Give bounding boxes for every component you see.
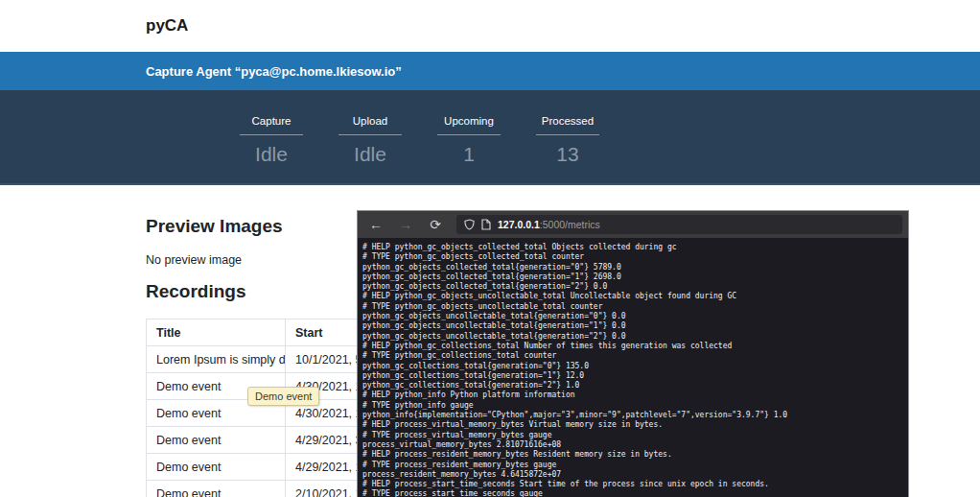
metrics-line: python_info{implementation="CPython",maj… <box>362 411 908 420</box>
stats-row: CaptureIdleUploadIdleUpcoming1Processed1… <box>0 90 980 166</box>
app-header: pyCA <box>0 0 980 52</box>
brand-logo[interactable]: pyCA <box>146 16 188 36</box>
column-header-title: Title <box>147 320 286 346</box>
page-icon <box>481 219 491 230</box>
metrics-line: # HELP python_gc_objects_uncollectable_t… <box>362 292 908 301</box>
cell-title: Demo event <box>147 427 286 454</box>
metrics-line: # HELP python_gc_collections_total Numbe… <box>362 342 908 351</box>
metrics-line: python_gc_objects_uncollectable_total{ge… <box>362 332 908 342</box>
stat-upcoming: Upcoming1 <box>437 115 501 166</box>
metrics-line: # TYPE python_gc_objects_uncollectable_t… <box>362 302 908 312</box>
url-text: 127.0.0.1:5000/metrics <box>498 219 600 230</box>
metrics-line: # TYPE python_gc_collections_total count… <box>362 351 908 361</box>
metrics-line: python_gc_collections_total{generation="… <box>362 362 908 371</box>
browser-window: ← → ⟳ 127.0.0.1:5000/metrics # HELP pyth… <box>357 210 909 497</box>
metrics-line: process_resident_memory_bytes 4.6415872e… <box>362 470 908 480</box>
stat-label: Processed <box>536 115 599 135</box>
capture-agent-banner: Capture Agent “pyca@pc.home.lkiesow.io” <box>0 52 980 90</box>
metrics-line: python_gc_objects_uncollectable_total{ge… <box>362 312 908 321</box>
metrics-line: # TYPE process_virtual_memory_bytes gaug… <box>362 431 908 440</box>
back-icon[interactable]: ← <box>367 218 385 231</box>
url-bar[interactable]: 127.0.0.1:5000/metrics <box>456 215 902 234</box>
cell-title: Demo event <box>147 481 286 497</box>
stat-label: Upcoming <box>437 115 501 135</box>
stat-upload: UploadIdle <box>338 115 402 166</box>
metrics-line: # TYPE process_resident_memory_bytes gau… <box>362 461 908 470</box>
metrics-line: python_gc_objects_collected_total{genera… <box>362 272 908 282</box>
metrics-line: python_gc_collections_total{generation="… <box>362 381 908 390</box>
shield-icon <box>464 219 475 230</box>
metrics-line: # TYPE process_start_time_seconds gauge <box>362 489 908 497</box>
metrics-line: python_gc_objects_collected_total{genera… <box>362 263 908 272</box>
stat-label: Upload <box>338 115 402 135</box>
stat-processed: Processed13 <box>536 115 599 166</box>
stat-label: Capture <box>240 115 303 135</box>
metrics-line: # TYPE python_info gauge <box>362 401 908 411</box>
stat-value: Idle <box>240 135 303 166</box>
stat-value: 13 <box>536 135 599 166</box>
metrics-line: # HELP process_virtual_memory_bytes Virt… <box>362 420 908 430</box>
stat-value: Idle <box>338 135 402 166</box>
capture-agent-title: Capture Agent “pyca@pc.home.lkiesow.io” <box>146 64 402 79</box>
metrics-line: # TYPE python_gc_objects_collected_total… <box>362 252 908 262</box>
browser-toolbar: ← → ⟳ 127.0.0.1:5000/metrics <box>358 211 908 238</box>
metrics-line: # HELP process_start_time_seconds Start … <box>362 480 908 489</box>
url-path: :5000/metrics <box>540 219 600 230</box>
stat-capture: CaptureIdle <box>240 115 303 166</box>
metrics-line: process_virtual_memory_bytes 2.81071616e… <box>362 440 908 450</box>
url-host: 127.0.0.1 <box>498 219 540 230</box>
metrics-line: # HELP python_gc_objects_collected_total… <box>362 243 908 252</box>
metrics-line: python_gc_objects_uncollectable_total{ge… <box>362 321 908 331</box>
stat-value: 1 <box>437 135 501 166</box>
metrics-line: python_gc_collections_total{generation="… <box>362 371 908 381</box>
stats-panel: CaptureIdleUploadIdleUpcoming1Processed1… <box>0 90 980 185</box>
forward-icon[interactable]: → <box>397 218 414 231</box>
cell-title: Demo event <box>147 454 286 481</box>
refresh-icon[interactable]: ⟳ <box>427 218 444 231</box>
metrics-line: # HELP python_info Python platform infor… <box>362 390 908 400</box>
metrics-line: # HELP process_resident_memory_bytes Res… <box>362 450 908 460</box>
cell-title: Lorem Ipsum is simply du... <box>147 346 286 373</box>
metrics-line: python_gc_objects_collected_total{genera… <box>362 282 908 292</box>
metrics-output[interactable]: # HELP python_gc_objects_collected_total… <box>358 238 908 497</box>
tooltip: Demo event <box>247 387 319 406</box>
